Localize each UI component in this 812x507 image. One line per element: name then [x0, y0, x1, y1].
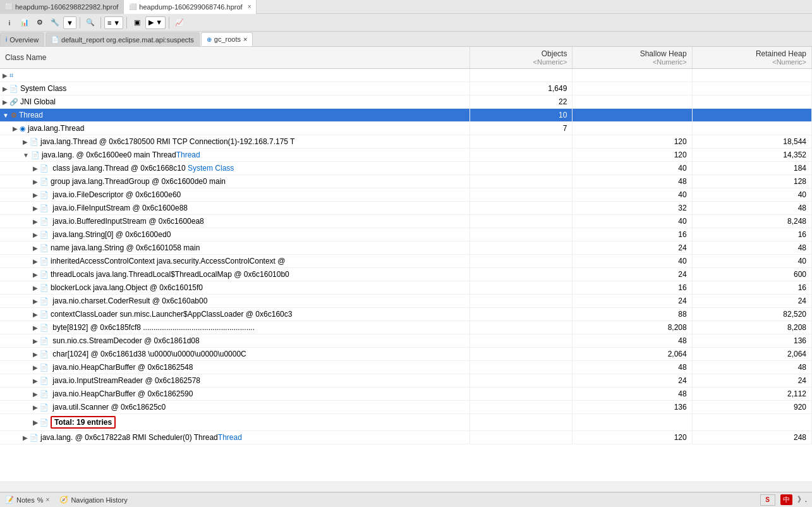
view-tab-gc-roots[interactable]: ⊕ gc_roots ×: [201, 32, 253, 46]
thread-link[interactable]: Thread: [176, 150, 200, 159]
expand-arrow[interactable]: ▶: [23, 434, 28, 441]
cell-objects: [470, 431, 573, 444]
expand-arrow[interactable]: ▶: [33, 178, 38, 185]
field-icon: 📄: [30, 434, 39, 442]
table-row[interactable]: ▶📄 java.io.InputStreamReader @ 0x6c18625…: [0, 374, 812, 388]
expand-arrow[interactable]: ▶: [33, 284, 38, 291]
collapse-arrow[interactable]: ▼: [23, 152, 29, 159]
table-row[interactable]: ▶📄threadLocals java.lang.ThreadLocal$Thr…: [0, 268, 812, 281]
cell-objects: [470, 202, 573, 215]
toolbar-chart2-btn[interactable]: 📈: [173, 16, 186, 30]
table-row[interactable]: ▶📄contextClassLoader sun.misc.Launcher$A…: [0, 308, 812, 321]
cell-shallow: 32: [573, 202, 692, 215]
toolbar-wrench-btn[interactable]: 🔧: [48, 16, 62, 30]
row-label-text: sun.nio.cs.StreamDecoder @ 0x6c1861d08: [51, 336, 200, 345]
expand-arrow[interactable]: ▶: [33, 298, 38, 305]
expand-arrow[interactable]: ▶: [33, 377, 38, 384]
toolbar-dropdown-3[interactable]: ▶ ▼: [145, 16, 166, 29]
expand-arrow[interactable]: ▶: [3, 99, 8, 106]
expand-arrow[interactable]: ▶: [33, 258, 38, 265]
expand-arrow[interactable]: ▶: [33, 391, 38, 398]
table-row[interactable]: ▶📄java.lang. @ 0x6c17822a8 RMI Scheduler…: [0, 431, 812, 444]
table-row[interactable]: ▶📄Total: 19 entries: [0, 414, 812, 431]
cell-retained: 8,208: [692, 321, 811, 334]
view-tab-gcroots-close[interactable]: ×: [243, 35, 247, 43]
table-row[interactable]: ▶📄 class java.lang.Thread @ 0x6c1668c10 …: [0, 162, 812, 175]
expand-arrow[interactable]: ▶: [33, 271, 38, 278]
table-row[interactable]: ▶📄 java.nio.HeapCharBuffer @ 0x6c1862590…: [0, 388, 812, 401]
table-row[interactable]: ▶📄System Class1,649: [0, 82, 812, 95]
view-tab-overview[interactable]: i Overview: [0, 32, 44, 46]
table-row[interactable]: ▶📄 byte[8192] @ 0x6c185fcf8 ............…: [0, 321, 812, 334]
row-label-text: class java.lang.Thread @ 0x6c1668c10: [51, 164, 188, 173]
system-class-link[interactable]: System Class: [188, 164, 234, 173]
expand-arrow[interactable]: ▶: [3, 72, 8, 79]
table-row[interactable]: ▶📄 java.util.Scanner @ 0x6c18625c0136920: [0, 401, 812, 414]
table-row[interactable]: ▶📄 java.io.FileDescriptor @ 0x6c1600e604…: [0, 188, 812, 202]
table-row[interactable]: ▼⚙Thread10: [0, 109, 812, 122]
view-tab-default-report[interactable]: 📄 default_report org.eclipse.mat.api:sus…: [45, 32, 200, 46]
table-row[interactable]: ▶📄 java.nio.charset.CoderResult @ 0x6c16…: [0, 295, 812, 308]
table-row[interactable]: ▶📄 java.nio.HeapCharBuffer @ 0x6c1862548…: [0, 361, 812, 374]
table-row[interactable]: ▶◉java.lang.Thread7: [0, 122, 812, 135]
cell-shallow: 24: [573, 241, 692, 255]
field-icon: 📄: [40, 284, 49, 292]
table-row[interactable]: ▶📄 char[1024] @ 0x6c1861d38 \u0000\u0000…: [0, 348, 812, 361]
collapse-arrow[interactable]: ▼: [3, 112, 9, 119]
title-tab-2-close[interactable]: ×: [248, 3, 251, 10]
field-icon: 📄: [40, 204, 49, 212]
expand-arrow[interactable]: ▶: [33, 218, 38, 225]
toolbar-grid-btn[interactable]: ▣: [130, 16, 144, 30]
expand-arrow[interactable]: ▶: [3, 85, 8, 92]
expand-arrow[interactable]: ▶: [33, 245, 38, 252]
table-row[interactable]: ▶📄 java.lang.String[0] @ 0x6c1600ed01616: [0, 228, 812, 241]
table-row[interactable]: ▶📄 java.io.FileInputStream @ 0x6c1600e88…: [0, 202, 812, 215]
title-tab-2[interactable]: ⬜ heapdump-1606299068746.hprof ×: [124, 0, 257, 14]
table-row[interactable]: ▶📄 java.io.BufferedInputStream @ 0x6c160…: [0, 215, 812, 228]
toolbar-dropdown-2[interactable]: ≡ ▼: [104, 16, 123, 29]
toolbar-info-btn[interactable]: i: [3, 16, 16, 30]
table-row[interactable]: ▶📄name java.lang.String @ 0x6c1601058 ma…: [0, 241, 812, 255]
table-row[interactable]: ▶📄group java.lang.ThreadGroup @ 0x6c1600…: [0, 175, 812, 188]
table-row[interactable]: ▶🔗JNI Global22: [0, 95, 812, 109]
table-row[interactable]: ▶⌗: [0, 69, 812, 82]
cell-objects: [470, 215, 573, 228]
expand-arrow[interactable]: ▶: [33, 231, 38, 238]
row-label-text: group java.lang.ThreadGroup @ 0x6c1600de…: [51, 177, 226, 186]
cell-classname: ▼📄java.lang. @ 0x6c1600ee0 main ThreadTh…: [0, 149, 470, 162]
cell-retained: 248: [692, 431, 811, 444]
thread-link[interactable]: Thread: [218, 433, 242, 442]
cell-objects: [470, 414, 573, 431]
table-row[interactable]: ▶📄 sun.nio.cs.StreamDecoder @ 0x6c1861d0…: [0, 334, 812, 348]
view-tab-overview-label: Overview: [9, 36, 39, 44]
expand-arrow[interactable]: ▶: [23, 138, 28, 145]
expand-arrow[interactable]: ▶: [33, 351, 38, 358]
table-row[interactable]: ▼📄java.lang. @ 0x6c1600ee0 main ThreadTh…: [0, 149, 812, 162]
expand-arrow[interactable]: ▶: [33, 404, 38, 411]
expand-arrow[interactable]: ▶: [33, 311, 38, 318]
title-tab-1[interactable]: ⬜ heapdump-1606298822982.hprof: [0, 0, 124, 14]
expand-arrow[interactable]: ▶: [33, 324, 38, 331]
row-label-text: java.lang. @ 0x6c17822a8 RMI Scheduler(0…: [40, 433, 218, 442]
table-row[interactable]: ▶📄blockerLock java.lang.Object @ 0x6c160…: [0, 281, 812, 295]
expand-arrow[interactable]: ▶: [33, 364, 38, 371]
expand-arrow[interactable]: ▶: [33, 192, 38, 199]
table-row[interactable]: ▶📄java.lang.Thread @ 0x6c1780500 RMI TCP…: [0, 135, 812, 149]
row-label-text: java.io.FileDescriptor @ 0x6c1600e60: [51, 190, 181, 199]
cell-retained: 24: [692, 295, 811, 308]
toolbar-gear-btn[interactable]: ⚙: [33, 16, 47, 30]
expand-arrow[interactable]: ▶: [33, 419, 38, 426]
table-row[interactable]: ▶📄inheritedAccessControlContext java.sec…: [0, 255, 812, 268]
expand-arrow[interactable]: ▶: [33, 205, 38, 212]
expand-arrow[interactable]: ▶: [33, 338, 38, 345]
toolbar-search-btn[interactable]: 🔍: [83, 16, 97, 30]
field-icon: 📄: [40, 271, 49, 279]
toolbar-chart-btn[interactable]: 📊: [18, 16, 32, 30]
cell-objects: 22: [470, 95, 573, 109]
expand-arrow[interactable]: ▶: [13, 125, 18, 132]
expand-arrow[interactable]: ▶: [33, 165, 38, 172]
toolbar-dropdown-1[interactable]: ▼: [63, 16, 76, 29]
cell-classname: ▶🔗JNI Global: [0, 95, 470, 109]
cell-classname: ▶📄 java.lang.String[0] @ 0x6c1600ed0: [0, 228, 470, 241]
cell-shallow: 120: [573, 431, 692, 444]
